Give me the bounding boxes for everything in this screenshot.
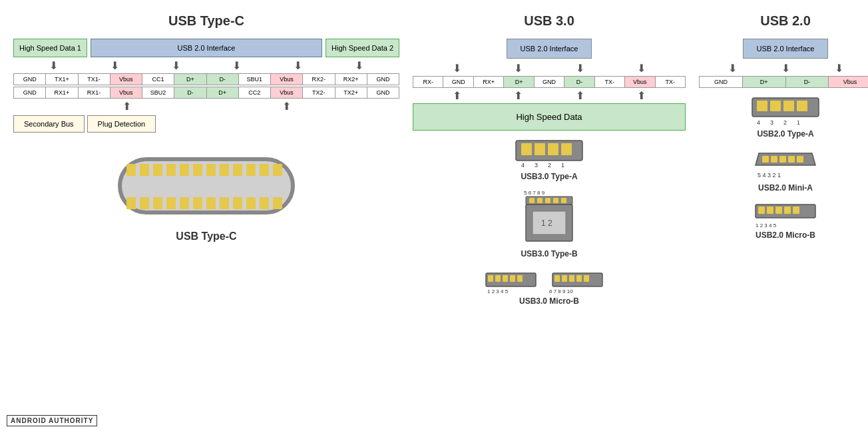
pin-row1-cell-9: RX2- (303, 74, 335, 85)
arrow-down-4: ⬇ (232, 59, 241, 72)
svg-rect-7 (206, 164, 216, 176)
svg-rect-53 (562, 275, 567, 282)
svg-rect-28 (548, 143, 558, 155)
usb30-title: USB 3.0 (413, 13, 686, 29)
usb30-type-b-svg: 5 6 7 8 9 1 2 (523, 188, 576, 248)
usb20-mini-a-svg: 5 4 3 2 1 (749, 145, 822, 182)
usb20-type-a-label: USB2.0 Type-A (699, 129, 868, 139)
usb30-micro-b-svg: 1 2 3 4 5 6 7 8 9 10 (483, 265, 616, 295)
svg-rect-76 (767, 207, 773, 214)
svg-text:1  2: 1 2 (541, 218, 552, 228)
svg-rect-75 (758, 207, 765, 214)
usb30-micro-b-label: USB3.0 Micro-B (413, 296, 686, 306)
pin-row1-cell-1: TX1+ (46, 74, 78, 85)
arrow-up-1: ⬆ (122, 100, 131, 113)
usb30-micro-b: 1 2 3 4 5 6 7 8 9 10 USB3.0 Micro-B (413, 265, 686, 306)
usb30-pin-cell-8: TX- (656, 77, 685, 87)
typec-title: USB Type-C (13, 13, 399, 29)
pin-row2-cell-0: GND (14, 87, 46, 98)
arrow-down-5: ⬇ (294, 59, 302, 72)
usb30-up-arrow-2: ⬆ (514, 89, 523, 102)
plug-detection-box: Plug Detection (87, 115, 156, 133)
svg-text:1 2 3 4 5: 1 2 3 4 5 (487, 288, 509, 294)
svg-rect-24 (273, 197, 282, 209)
watermark: ANDROID AUTHORITY (7, 415, 97, 426)
svg-rect-78 (784, 207, 791, 214)
usb20-arrow-3: ⬇ (835, 62, 843, 75)
svg-rect-11 (260, 164, 269, 176)
pin-row1-cell-4: CC1 (142, 74, 174, 85)
svg-rect-69 (771, 156, 777, 163)
usb30-section: USB 3.0 USB 2.0 Interface ⬇ ⬇ ⬇ ⬇ RX-GND… (406, 7, 692, 426)
usbc-label: USB Type-C (13, 230, 399, 242)
svg-text:2: 2 (548, 162, 551, 169)
svg-rect-21 (233, 197, 242, 209)
pin-row2-cell-7: CC2 (239, 87, 271, 98)
svg-rect-39 (553, 198, 558, 203)
arrow-down-2: ⬇ (110, 59, 119, 72)
svg-rect-52 (554, 275, 560, 282)
svg-text:4: 4 (521, 162, 525, 169)
top-labels: High Speed Data 1 USB 2.0 Interface High… (13, 39, 399, 57)
usb30-up-arrow-4: ⬆ (637, 89, 646, 102)
arrow-down-6: ⬇ (355, 59, 363, 72)
pin-row2-cell-3: Vbus (110, 87, 142, 98)
svg-rect-1 (126, 164, 136, 176)
svg-rect-56 (584, 275, 589, 282)
svg-text:5 6 7 8 9: 5 6 7 8 9 (524, 190, 545, 196)
svg-rect-48 (510, 275, 515, 282)
svg-rect-49 (517, 275, 523, 282)
usb30-arrow-3: ⬇ (576, 62, 584, 75)
usb20-type-a-svg: 4 3 2 1 (749, 91, 822, 128)
usb30-pin-cell-7: Vbus (625, 77, 655, 87)
usb20-arrow-2: ⬇ (781, 62, 790, 75)
usb30-type-a-svg: 4 3 2 1 (509, 134, 589, 171)
pin-row1-cell-0: GND (14, 74, 46, 85)
usb20-pin-cell-1: D+ (743, 77, 786, 87)
svg-rect-14 (140, 197, 149, 209)
svg-rect-38 (545, 198, 550, 203)
usb30-type-a: 4 3 2 1 USB3.0 Type-A (413, 134, 686, 181)
svg-rect-4 (166, 164, 176, 176)
svg-rect-16 (166, 197, 176, 209)
arrow-up-2: ⬆ (282, 100, 291, 113)
svg-rect-68 (762, 156, 769, 163)
usb30-arrow-2: ⬇ (514, 62, 523, 75)
usb30-type-a-label: USB3.0 Type-A (413, 172, 686, 181)
usb30-pin-cell-5: D- (564, 77, 594, 87)
usb30-interface-label: USB 2.0 Interface (507, 39, 592, 59)
svg-rect-45 (488, 275, 493, 282)
usb30-pin-cell-1: GND (443, 77, 473, 87)
svg-rect-40 (561, 198, 566, 203)
pin-row2-cell-6: D+ (207, 87, 239, 98)
secondary-bus-box: Secondary Bus (13, 115, 85, 133)
svg-rect-26 (521, 143, 532, 155)
svg-rect-2 (140, 164, 149, 176)
pin-row2-cell-9: TX2- (303, 87, 335, 98)
pin-row1-cell-6: D- (207, 74, 239, 85)
svg-rect-62 (797, 101, 807, 111)
usbc-plug-svg (113, 149, 300, 226)
pin-row2-cell-10: TX2+ (335, 87, 367, 98)
usb20-pin-cell-3: Vbus (829, 77, 868, 87)
arrow-down-3: ⬇ (172, 59, 180, 72)
usb30-type-b-label: USB3.0 Type-B (413, 249, 686, 258)
svg-rect-5 (180, 164, 189, 176)
usb30-pin-cell-3: D+ (504, 77, 534, 87)
svg-text:1: 1 (561, 162, 564, 169)
svg-rect-23 (260, 197, 269, 209)
usb20-pin-cell-0: GND (700, 77, 743, 87)
pin-row1-cell-7: SBU1 (239, 74, 271, 85)
svg-rect-20 (220, 197, 229, 209)
usb20-pin-cell-2: D- (786, 77, 829, 87)
usb20-interface-label: USB 2.0 Interface (743, 39, 829, 59)
usb30-pin-cell-2: RX+ (474, 77, 504, 87)
pin-row-1: GNDTX1+TX1-VbusCC1D+D-SBU1VbusRX2-RX2+GN… (13, 73, 399, 85)
hs-data-box: High Speed Data (413, 103, 686, 131)
pin-row-2: GNDRX1+RX1-VbusSBU2D-D+CC2VbusTX2-TX2+GN… (13, 87, 399, 99)
svg-rect-36 (529, 198, 535, 203)
usb20-micro-b: 1 2 3 4 5 USB2.0 Micro-B (699, 199, 868, 240)
usb30-up-arrow-1: ⬆ (453, 89, 461, 102)
svg-rect-70 (779, 156, 786, 163)
svg-rect-3 (153, 164, 162, 176)
